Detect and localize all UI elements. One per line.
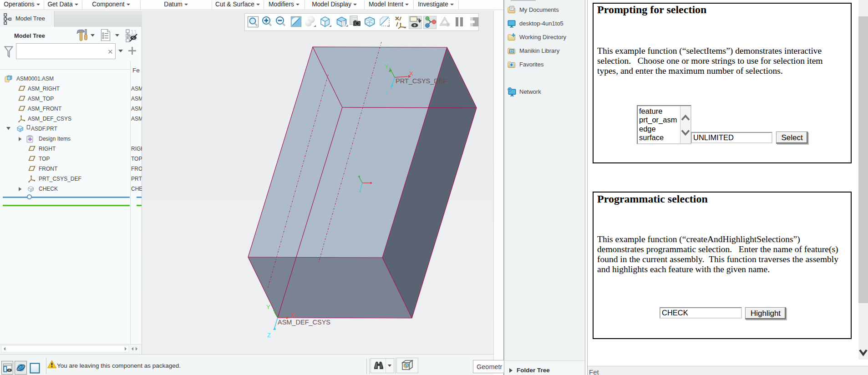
svg-text:FRON: FRON bbox=[131, 166, 142, 172]
svg-text:Y: Y bbox=[266, 304, 270, 310]
svg-text:ASM: ASM bbox=[131, 86, 142, 92]
svg-text:ASM0001.ASM: ASM0001.ASM bbox=[16, 76, 54, 82]
svg-text:ASM_RIGHT: ASM_RIGHT bbox=[28, 86, 60, 92]
svg-text:Z: Z bbox=[267, 332, 271, 339]
svg-text:ASM_DEF_CSYS: ASM_DEF_CSYS bbox=[28, 116, 71, 122]
svg-text:PRT_CSYS_DEF: PRT_CSYS_DEF bbox=[39, 176, 81, 182]
svg-text:CHE: CHE bbox=[131, 186, 142, 192]
svg-text:ASM: ASM bbox=[131, 106, 142, 112]
svg-text:X: X bbox=[409, 70, 413, 77]
svg-text:TOP: TOP bbox=[39, 156, 50, 162]
svg-text:FRONT: FRONT bbox=[39, 166, 58, 172]
svg-text:Y: Y bbox=[385, 63, 389, 70]
svg-text:PRT_CSYS_DEF: PRT_CSYS_DEF bbox=[396, 77, 447, 85]
svg-text:Geometr: Geometr bbox=[477, 363, 503, 370]
svg-text:ASM: ASM bbox=[131, 96, 142, 102]
svg-text:Z: Z bbox=[384, 90, 388, 97]
svg-text:ASM_DEF_CSYS: ASM_DEF_CSYS bbox=[278, 319, 330, 326]
svg-text:ASDF.PRT: ASDF.PRT bbox=[31, 126, 57, 132]
svg-text:X: X bbox=[291, 312, 295, 319]
svg-text:ASM: ASM bbox=[131, 116, 142, 122]
svg-text:CHECK: CHECK bbox=[39, 186, 58, 192]
svg-text:ASM_FRONT: ASM_FRONT bbox=[28, 106, 62, 112]
svg-text:RIGHT: RIGHT bbox=[39, 146, 56, 152]
svg-text:RIGH: RIGH bbox=[131, 146, 142, 152]
svg-text:You are leaving this component: You are leaving this component as packag… bbox=[57, 362, 181, 369]
svg-text:PRT: PRT bbox=[131, 176, 142, 182]
svg-text:Design Items: Design Items bbox=[39, 136, 71, 142]
svg-text:ASM_TOP: ASM_TOP bbox=[28, 96, 54, 102]
svg-text:TOP: TOP bbox=[131, 156, 142, 162]
